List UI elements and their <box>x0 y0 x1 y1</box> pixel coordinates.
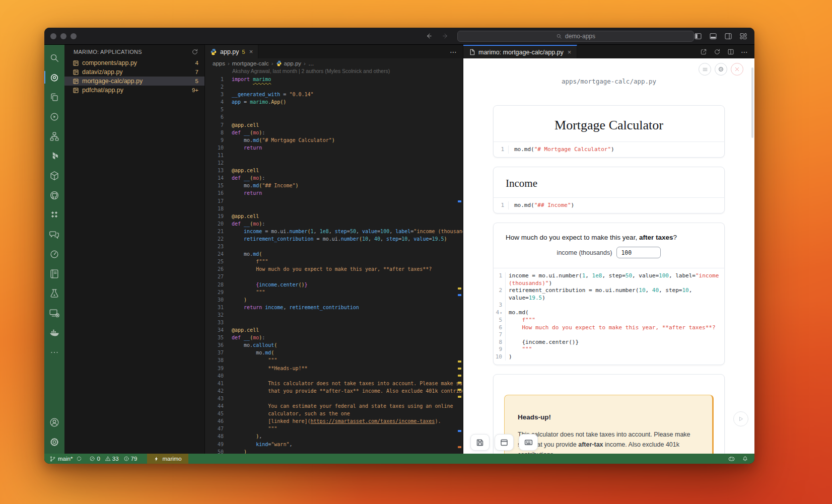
save-button[interactable] <box>470 434 490 451</box>
hamburger-icon <box>702 66 708 73</box>
bell-icon[interactable] <box>742 456 748 462</box>
activity-bar-item-terraform[interactable] <box>44 146 64 166</box>
activity-bar-item-tests[interactable] <box>44 283 64 303</box>
code-line: 47 """ <box>205 425 463 433</box>
tests-icon <box>49 288 60 299</box>
run-button[interactable] <box>733 411 748 426</box>
activity-bar-item-diamonds[interactable] <box>44 205 64 225</box>
command-center-search[interactable]: demo-apps <box>457 31 694 42</box>
cell-code-line: 7 <box>494 331 724 339</box>
minimize-window-button[interactable] <box>60 33 66 39</box>
save-icon <box>476 439 484 447</box>
branch-name: main* <box>58 456 73 462</box>
code-line: 37 mo.md( <box>205 349 463 356</box>
open-external-icon[interactable] <box>700 48 707 55</box>
activity-bar-item-account[interactable] <box>44 412 64 432</box>
menu-button[interactable] <box>699 63 711 76</box>
toggle-secondary-sidebar-icon[interactable] <box>724 32 732 40</box>
ruler-mark <box>458 446 461 448</box>
ruler-mark <box>458 294 461 296</box>
activity-bar-item-package[interactable] <box>44 166 64 185</box>
warning-icon <box>105 456 111 462</box>
close-tab-icon[interactable]: × <box>249 48 253 55</box>
cell-code[interactable]: 1mo.md("# Mortgage Calculator") <box>494 141 724 157</box>
activity-bar-item-search[interactable] <box>44 48 64 67</box>
activity-bar-item-docker[interactable] <box>44 323 64 342</box>
refresh-icon[interactable] <box>191 48 198 55</box>
file-item-pdfchat/app.py[interactable]: pdfchat/app.py9+ <box>64 86 204 95</box>
tab-app-py[interactable]: app.py 5 × <box>205 45 258 58</box>
copilot-icon[interactable] <box>728 455 735 463</box>
editor-actions-more-icon[interactable]: ⋯ <box>450 48 457 56</box>
toggle-panel-icon[interactable] <box>709 32 717 40</box>
activity-bar-item-org-chart[interactable] <box>44 126 64 146</box>
zoom-window-button[interactable] <box>71 33 77 39</box>
activity-bar-item-comments[interactable] <box>44 225 64 244</box>
customize-layout-icon[interactable] <box>739 32 747 40</box>
shortcuts-button[interactable] <box>519 434 538 451</box>
callout-paragraph: This calculator does not take taxes into… <box>518 429 699 454</box>
code-line: 50 ) <box>205 448 463 454</box>
marimo-status-label: marimo <box>162 456 181 462</box>
breadcrumb-item[interactable]: app.py <box>276 60 302 66</box>
breadcrumb[interactable]: apps›mortgage-calc›app.py›… <box>205 58 463 68</box>
activity-bar-item-gauge[interactable] <box>44 244 64 264</box>
cell-card-title: Mortgage Calculator 1mo.md("# Mortgage C… <box>493 105 725 158</box>
activity-bar-item-marimo[interactable] <box>44 67 64 87</box>
sidebar-title: MARIMO: APPLICATIONS <box>74 49 191 55</box>
git-branch-item[interactable]: main* <box>49 456 82 462</box>
cell-code[interactable]: 1mo.md("## Income") <box>494 197 724 213</box>
vscode-window: demo-apps MARIMO: APPLICATIONS component… <box>44 28 754 464</box>
code-line: 15 mo.md("## Income") <box>205 182 463 189</box>
app-settings-button[interactable] <box>715 63 727 76</box>
scrollbar[interactable] <box>751 67 753 138</box>
marimo-icon <box>49 72 60 83</box>
cell-code-block[interactable]: 1income = mo.ui.number(1, 1e8, step=50, … <box>494 268 724 365</box>
marimo-status-item[interactable]: marimo <box>147 454 188 464</box>
close-webview-tab-icon[interactable]: × <box>568 48 572 56</box>
code-line: 3__generated_with = "0.0.14" <box>205 91 463 98</box>
code-line: 43 <box>205 395 463 402</box>
activity-bar-item-settings[interactable] <box>44 432 64 452</box>
search-icon <box>556 33 562 39</box>
breadcrumb-item[interactable]: … <box>308 60 314 66</box>
run-icon <box>49 111 60 122</box>
file-item-dataviz/app.py[interactable]: dataviz/app.py7 <box>64 67 204 77</box>
back-icon[interactable] <box>425 32 433 40</box>
play-icon <box>738 416 744 422</box>
cell-code-line: 2retirement_contribution = mo.ui.number(… <box>494 287 724 302</box>
open-window-button[interactable] <box>495 434 514 451</box>
file-item-mortgage-calc/app.py[interactable]: mortgage-calc/app.py5 <box>64 77 204 86</box>
forward-icon[interactable] <box>442 32 449 40</box>
activity-bar-item-remote-monitor[interactable] <box>44 303 64 323</box>
activity-bar-item-copy[interactable] <box>44 87 64 107</box>
close-window-button[interactable] <box>50 33 56 39</box>
settings-icon <box>49 437 60 448</box>
breadcrumb-item[interactable]: mortgage-calc <box>232 60 269 66</box>
problem-badge: 5 <box>195 78 198 84</box>
activity-bar-item-notebook[interactable] <box>44 264 64 283</box>
split-editor-icon[interactable] <box>727 48 734 55</box>
overview-ruler[interactable] <box>456 58 463 454</box>
shutdown-button[interactable] <box>731 63 743 76</box>
problems-item[interactable]: 0 33 79 <box>89 456 140 462</box>
activity-bar-item-run[interactable] <box>44 107 64 126</box>
code-line: 9 mo.md("# Mortgage Calculator") <box>205 136 463 144</box>
traffic-lights[interactable] <box>44 33 84 39</box>
ruler-mark <box>458 389 461 391</box>
tab-marimo-webview[interactable]: marimo: mortgage-calc/app.py × <box>463 45 577 58</box>
file-item-components/app.py[interactable]: components/app.py4 <box>64 58 204 67</box>
activity-bar-item-more[interactable] <box>44 342 64 362</box>
code-line: 17 <box>205 197 463 205</box>
webview-more-icon[interactable]: ⋯ <box>741 48 748 56</box>
code-editor[interactable]: 1import marimo23__generated_with = "0.0.… <box>205 76 463 454</box>
code-line: 45 calculator, such as the one <box>205 410 463 417</box>
code-line: 32 <box>205 311 463 319</box>
titlebar: demo-apps <box>44 28 754 45</box>
activity-bar-item-github[interactable] <box>44 185 64 205</box>
toggle-sidebar-icon[interactable] <box>694 32 702 40</box>
income-input[interactable] <box>616 247 661 258</box>
notebook-file-icon <box>73 60 79 66</box>
reload-icon[interactable] <box>714 48 721 55</box>
breadcrumb-item[interactable]: apps <box>213 60 225 66</box>
